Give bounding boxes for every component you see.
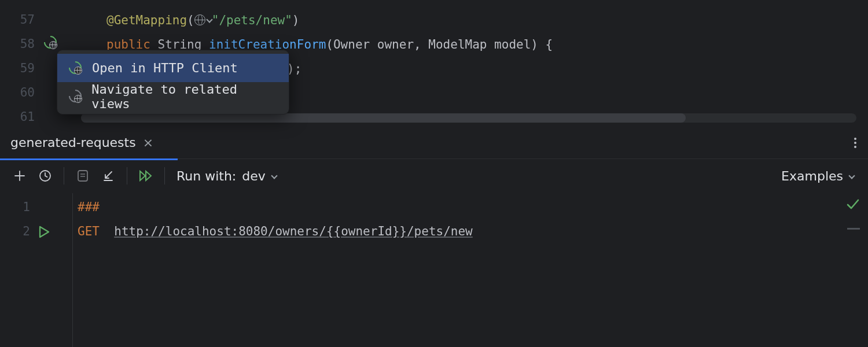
string-literal: "/pets/new" [212, 13, 292, 27]
http-toolbar: Run with: dev Examples [0, 158, 868, 193]
line-number: 57 [0, 13, 35, 27]
run-with-label: Run with: [176, 169, 236, 183]
top-code-editor: 57 58 59 60 61 @GetMapping("/pets/new") … [0, 0, 868, 126]
toolbar-divider [164, 167, 165, 184]
chevron-down-icon [271, 172, 277, 179]
structure-button[interactable] [71, 164, 94, 187]
popup-item-label: Navigate to related views [91, 82, 277, 111]
params: (Owner owner, ModelMap model) { [326, 38, 553, 51]
popup-item-navigate-views[interactable]: Navigate to related views [57, 82, 289, 110]
minimap-mark [847, 228, 860, 230]
annotation-text: @GetMapping [106, 13, 187, 27]
url-part: /pets/new [407, 224, 473, 238]
http-editor: 1 2 ### GET http://localhost:8080/owners… [0, 193, 868, 347]
line-number: 60 [0, 86, 35, 99]
code-line: @GetMapping("/pets/new") [106, 13, 299, 28]
run-with-dropdown[interactable]: dev [242, 169, 277, 183]
url-globe-icon[interactable] [194, 13, 212, 27]
popup-item-open-http-client[interactable]: Open in HTTP Client [57, 54, 289, 82]
http-separator-line: ### [78, 200, 100, 214]
tab-generated-requests[interactable]: generated-requests × [0, 127, 164, 158]
bottom-gutter: 1 2 [0, 193, 73, 347]
popup-item-label: Open in HTTP Client [92, 61, 238, 75]
run-with-value: dev [242, 169, 266, 183]
tab-bar: generated-requests × [0, 126, 868, 158]
punct: ( [187, 13, 194, 27]
line-number: 61 [0, 110, 35, 124]
punct: ) [292, 13, 300, 27]
horizontal-scrollbar[interactable] [81, 113, 856, 123]
close-icon[interactable]: × [143, 135, 153, 150]
toolbar-divider [127, 167, 127, 184]
examples-dropdown[interactable]: Examples [781, 169, 861, 183]
http-request-line: GET http://localhost:8080/owners/{{owner… [78, 224, 473, 238]
add-request-button[interactable] [8, 164, 31, 187]
tab-underline [0, 158, 178, 160]
globe-run-icon [69, 61, 83, 75]
line-number: 2 [0, 224, 30, 238]
line-number: 58 [0, 37, 35, 51]
http-url[interactable]: http://localhost:8080/owners/{{ownerId}}… [114, 224, 473, 238]
import-button[interactable] [97, 164, 120, 187]
http-method: GET [78, 224, 100, 238]
line-number: 59 [0, 61, 35, 75]
run-all-button[interactable] [134, 164, 157, 187]
tab-label: generated-requests [10, 135, 136, 150]
inspection-ok-icon[interactable] [846, 199, 860, 211]
url-variable: {{ownerId}} [326, 224, 407, 238]
svg-rect-1 [78, 171, 87, 181]
gutter-popup: Open in HTTP Client Navigate to related … [57, 50, 289, 115]
history-button[interactable] [34, 164, 57, 187]
kebab-menu-icon[interactable] [854, 138, 856, 148]
scrollbar-thumb[interactable] [81, 113, 686, 123]
toolbar-divider [64, 167, 64, 184]
chevron-down-icon [848, 172, 855, 179]
http-gutter-icon[interactable] [44, 36, 58, 50]
hash-marker: ### [78, 200, 100, 214]
run-line-button[interactable] [38, 226, 50, 238]
globe-link-icon [69, 90, 82, 104]
line-number: 1 [0, 200, 30, 214]
examples-label: Examples [781, 169, 843, 183]
url-part: http://localhost:8080/owners/ [114, 224, 326, 238]
